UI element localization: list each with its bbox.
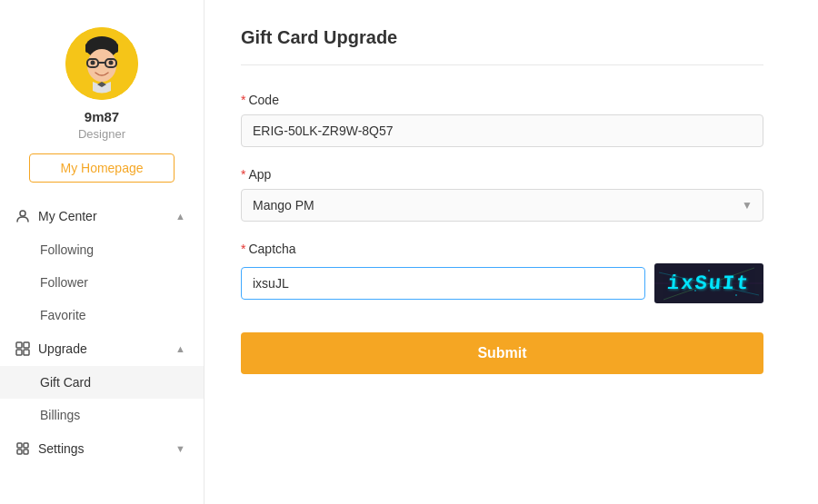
captcha-input[interactable] — [241, 267, 645, 300]
settings-icon — [15, 440, 31, 457]
captcha-row: ixSuIt — [241, 263, 763, 303]
svg-rect-17 — [24, 443, 28, 448]
app-required-star: * — [241, 167, 245, 182]
sidebar-item-gift-card[interactable]: Gift Card — [0, 366, 204, 399]
svg-rect-14 — [16, 350, 22, 355]
upgrade-icon — [15, 341, 31, 357]
svg-rect-15 — [24, 350, 29, 355]
svg-point-9 — [109, 61, 114, 65]
app-select[interactable]: Mango PM Option 2 — [241, 189, 763, 222]
code-required-star: * — [241, 93, 245, 107]
sidebar-item-billings[interactable]: Billings — [0, 399, 204, 431]
my-center-label: My Center — [38, 209, 97, 223]
person-icon — [15, 208, 31, 224]
app-group: * App Mango PM Option 2 ▼ — [241, 167, 763, 222]
svg-point-4 — [87, 49, 116, 82]
sidebar-section-my-center[interactable]: My Center ▲ — [0, 199, 204, 233]
upgrade-label: Upgrade — [38, 341, 87, 356]
svg-rect-3 — [115, 44, 118, 53]
sidebar-username: 9m87 — [85, 109, 119, 124]
main-content: Gift Card Upgrade * Code * App Mango PM … — [204, 0, 818, 504]
sidebar: 9m87 Designer My Homepage My Center ▲ Fo… — [0, 0, 204, 504]
code-label: * Code — [241, 93, 763, 107]
settings-label: Settings — [38, 441, 85, 456]
svg-rect-13 — [24, 342, 29, 348]
page-title: Gift Card Upgrade — [241, 27, 763, 48]
svg-rect-16 — [17, 443, 22, 448]
sidebar-role: Designer — [78, 127, 125, 141]
svg-rect-18 — [17, 450, 22, 454]
submit-button[interactable]: Submit — [241, 332, 763, 374]
title-divider — [241, 64, 763, 65]
captcha-display-text: ixSuIt — [666, 272, 751, 295]
captcha-image[interactable]: ixSuIt — [654, 263, 763, 303]
sidebar-item-follower[interactable]: Follower — [0, 266, 204, 299]
avatar — [65, 27, 138, 100]
code-group: * Code — [241, 93, 763, 147]
svg-rect-2 — [85, 44, 89, 53]
my-homepage-button[interactable]: My Homepage — [29, 153, 175, 183]
svg-point-8 — [91, 61, 95, 65]
svg-rect-19 — [24, 450, 28, 454]
app-select-wrapper: Mango PM Option 2 ▼ — [241, 189, 763, 222]
captcha-group: * Captcha ixSuIt — [241, 242, 763, 303]
my-center-chevron: ▲ — [175, 211, 185, 222]
sidebar-item-following[interactable]: Following — [0, 233, 204, 266]
code-input[interactable] — [241, 114, 763, 147]
sidebar-section-upgrade[interactable]: Upgrade ▲ — [0, 331, 204, 366]
svg-rect-12 — [16, 342, 22, 348]
svg-point-11 — [20, 211, 25, 216]
captcha-label: * Captcha — [241, 242, 763, 256]
upgrade-chevron: ▲ — [175, 343, 185, 354]
captcha-required-star: * — [241, 242, 245, 256]
svg-point-24 — [708, 270, 710, 272]
sidebar-section-settings[interactable]: Settings ▼ — [0, 431, 204, 466]
app-label: * App — [241, 167, 763, 182]
settings-chevron: ▼ — [175, 443, 185, 454]
sidebar-nav: My Center ▲ Following Follower Favorite … — [0, 199, 204, 466]
sidebar-item-favorite[interactable]: Favorite — [0, 299, 204, 331]
